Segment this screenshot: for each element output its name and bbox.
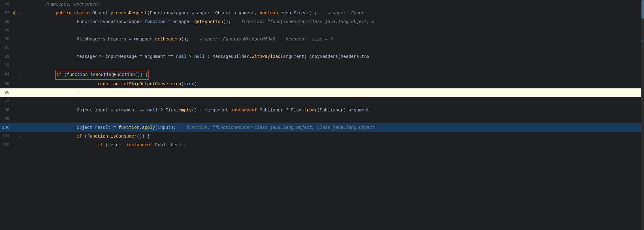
code-line-86: 86 /rawtypes, unchecked/ xyxy=(0,0,644,9)
code-area: 86 /rawtypes, unchecked/87@◇ public stat… xyxy=(0,0,644,230)
line-number-90: 90 xyxy=(0,35,11,44)
code-content-93 xyxy=(31,61,644,70)
line-number-97: 97 xyxy=(0,97,11,106)
code-content-87: public static Object processRequest(Func… xyxy=(31,9,644,17)
gutter-89: 89 xyxy=(0,26,31,35)
line-number-92: 92 xyxy=(0,52,11,61)
gutter-90: 90 xyxy=(0,35,31,44)
gutter-99: 99 xyxy=(0,115,31,123)
code-content-97 xyxy=(31,97,644,106)
line-number-96: 96 xyxy=(0,88,11,97)
line-number-102: 102 xyxy=(0,141,11,149)
code-content-95: function.setSkipOutputConversion(true); xyxy=(31,80,644,88)
code-line-98: 98 Object input = argument == null ? Flu… xyxy=(0,106,644,115)
code-line-90: 90 HttpHeaders headers = wrapper.getHead… xyxy=(0,35,644,44)
code-line-94: 94◇ if (function.isRoutingFunction()) { xyxy=(0,70,644,80)
code-content-100: Object result = function.apply(input); f… xyxy=(31,123,644,132)
code-content-96: } xyxy=(31,88,644,97)
line-number-89: 89 xyxy=(0,26,11,35)
code-content-101: if (function.isConsumer()) { xyxy=(31,132,644,141)
code-line-87: 87@◇ public static Object processRequest… xyxy=(0,9,644,17)
line-number-100: 100 xyxy=(0,123,11,132)
code-line-96: 96 } xyxy=(0,88,644,97)
code-content-91 xyxy=(31,44,644,52)
code-line-95: 95 function.setSkipOutputConversion(true… xyxy=(0,80,644,88)
code-content-89 xyxy=(31,26,644,35)
line-number-87: 87 xyxy=(0,9,11,17)
line-number-91: 91 xyxy=(0,44,11,52)
line-number-95: 95 xyxy=(0,80,11,88)
fold-area-94[interactable]: ◇ xyxy=(17,73,22,77)
line-number-94: 94 xyxy=(0,70,11,79)
gutter-98: 98 xyxy=(0,106,31,115)
code-line-97: 97 xyxy=(0,97,644,106)
code-line-92: 92 Message<?> inputMessage = argument ==… xyxy=(0,52,644,61)
gutter-95: 95 xyxy=(0,80,31,88)
code-line-100: 100 Object result = function.apply(input… xyxy=(0,123,644,132)
scroll-indicator xyxy=(642,40,643,41)
gutter-86: 86 xyxy=(0,0,31,9)
fold-area-87[interactable]: ◇ xyxy=(17,12,22,15)
gutter-88: 88 xyxy=(0,17,31,26)
gutter-92: 92 xyxy=(0,52,31,61)
code-line-102: 102 if (result instanceof Publisher) { xyxy=(0,141,644,149)
line-number-101: 101 xyxy=(0,132,11,141)
line-number-88: 88 xyxy=(0,17,11,26)
code-content-88: FunctionInvocationWrapper function = wra… xyxy=(31,17,644,26)
gutter-97: 97 xyxy=(0,97,31,106)
code-line-91: 91 xyxy=(0,44,644,52)
code-content-86: /rawtypes, unchecked/ xyxy=(31,0,644,9)
at-icon-87: @ xyxy=(13,11,15,15)
scrollbar-track[interactable] xyxy=(641,0,644,230)
code-content-102: if (result instanceof Publisher) { xyxy=(31,141,644,149)
scrollbar-thumb[interactable] xyxy=(642,0,644,19)
gutter-102: 102 xyxy=(0,141,31,149)
code-line-101: 101◇ if (function.isConsumer()) { xyxy=(0,132,644,141)
fold-icon-87[interactable]: ◇ xyxy=(19,12,21,15)
code-line-88: 88 FunctionInvocationWrapper function = … xyxy=(0,17,644,26)
fold-icon-101[interactable]: ◇ xyxy=(19,135,21,138)
fold-area-101[interactable]: ◇ xyxy=(17,135,22,138)
code-content-94: if (function.isRoutingFunction()) { xyxy=(31,70,644,80)
gutter-94: 94◇ xyxy=(0,70,31,80)
breakpoint-area-87: @ xyxy=(11,11,17,15)
code-content-98: Object input = argument == null ? Flux.e… xyxy=(31,106,644,115)
gutter-101: 101◇ xyxy=(0,132,31,141)
gutter-93: 93 xyxy=(0,61,31,70)
code-content-99 xyxy=(31,115,644,123)
code-editor: 86 /rawtypes, unchecked/87@◇ public stat… xyxy=(0,0,644,230)
line-number-98: 98 xyxy=(0,106,11,115)
line-number-93: 93 xyxy=(0,61,11,70)
code-line-99: 99 xyxy=(0,115,644,123)
gutter-91: 91 xyxy=(0,44,31,52)
code-content-92: Message<?> inputMessage = argument == nu… xyxy=(31,52,644,61)
gutter-96: 96 xyxy=(0,88,31,97)
code-line-89: 89 xyxy=(0,26,644,35)
code-content-90: HttpHeaders headers = wrapper.getHeaders… xyxy=(31,35,644,44)
code-line-93: 93 xyxy=(0,61,644,70)
fold-icon-94[interactable]: ◇ xyxy=(19,73,21,77)
line-number-99: 99 xyxy=(0,115,11,123)
gutter-87: 87@◇ xyxy=(0,9,31,17)
line-number-86: 86 xyxy=(0,0,11,9)
gutter-100: 100 xyxy=(0,123,31,132)
